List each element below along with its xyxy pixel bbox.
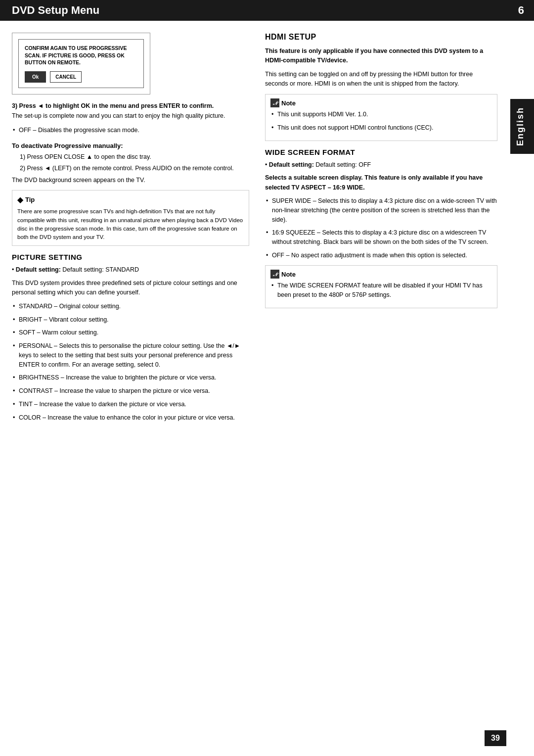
picture-setting-heading: Picture Setting	[12, 253, 249, 261]
bullet-tint: TINT – Increase the value to darken the …	[12, 400, 249, 409]
deactivate-heading: To deactivate Progressive manually:	[12, 142, 249, 149]
tip-content: There are some progressive scan TVs and …	[17, 207, 244, 241]
screenshot-inner: CONFIRM AGAIN TO USE PROGRESSIVE SCAN. I…	[18, 39, 144, 88]
note2-label: Note	[281, 270, 296, 280]
language-tab: English	[510, 99, 534, 154]
page-title: DVD Setup Menu	[12, 4, 99, 17]
bullet-off: OFF – Disables the progressive scan mode…	[12, 126, 249, 135]
right-column: HDMI SETUP This feature is only applicab…	[265, 33, 522, 426]
picture-body1: This DVD system provides three predefine…	[12, 279, 249, 298]
step3-bold: 3) Press ◄ to highlight OK in the menu a…	[12, 102, 249, 109]
tip-header: ◆ Tip	[17, 194, 244, 206]
hdmi-body1-strong: This feature is only applicable if you h…	[265, 47, 483, 64]
screenshot-buttons: Ok CANCEL	[25, 71, 137, 83]
ok-button[interactable]: Ok	[25, 71, 46, 83]
page-container: DVD Setup Menu 6 English CONFIRM AGAIN T…	[0, 0, 534, 756]
note1-bullet-2: This unit does not support HDMI control …	[270, 123, 492, 133]
bullet-contrast: CONTRAST – Increase the value to sharpen…	[12, 386, 249, 396]
page-number: 39	[485, 730, 506, 746]
wide-body: Selects a suitable screen display. This …	[265, 173, 497, 192]
bullet-standard: STANDARD – Original colour setting.	[12, 302, 249, 311]
note1-bullet-1: This unit supports HDMI Ver. 1.0.	[270, 110, 492, 119]
wide-default: • Default setting: Default setting: OFF	[265, 160, 497, 170]
bullet-brightness: BRIGHTNESS – Increase the value to brigh…	[12, 373, 249, 382]
wide-default-label: Default setting:	[269, 161, 315, 168]
tip-box: ◆ Tip There are some progressive scan TV…	[12, 190, 249, 246]
tip-icon: ◆	[17, 194, 23, 206]
wide-bullet-off: OFF – No aspect ratio adjustment is made…	[265, 251, 497, 260]
content-area: CONFIRM AGAIN TO USE PROGRESSIVE SCAN. I…	[0, 33, 534, 456]
wide-screen-heading: Wide Screen Format	[265, 148, 497, 156]
deactivate-step-2: 2) Press ◄ (LEFT) on the remote control.…	[12, 164, 249, 173]
default-setting-value: Default setting: STANDARD	[62, 266, 139, 273]
note-box-2: 𝒩 Note The WIDE SCREEN FORMAT feature wi…	[265, 265, 497, 308]
page-section-number: 6	[518, 4, 524, 17]
default-setting-label: Default setting:	[16, 266, 62, 273]
cancel-button[interactable]: CANCEL	[50, 71, 82, 83]
wide-bullet-super: SUPER WIDE – Selects this to display a 4…	[265, 196, 497, 224]
bullet-bright: BRIGHT – Vibrant colour setting.	[12, 315, 249, 325]
note1-header: 𝒩 Note	[270, 98, 492, 108]
tip-label: Tip	[25, 195, 35, 205]
deactivate-note: The DVD background screen appears on the…	[12, 176, 249, 185]
bullet-color: COLOR – Increase the value to enhance th…	[12, 413, 249, 423]
note-icon-2: 𝒩	[270, 270, 279, 279]
bullet-soft: SOFT – Warm colour setting.	[12, 328, 249, 337]
left-column: CONFIRM AGAIN TO USE PROGRESSIVE SCAN. I…	[12, 33, 249, 426]
note2-bullet-1: The WIDE SCREEN FORMAT feature will be d…	[270, 281, 492, 300]
wide-body-strong: Selects a suitable screen display. This …	[265, 174, 483, 190]
deactivate-step-1: 1) Press OPEN CLOSE ▲ to open the disc t…	[12, 152, 249, 162]
note2-header: 𝒩 Note	[270, 270, 492, 280]
note-box-1: 𝒩 Note This unit supports HDMI Ver. 1.0.…	[265, 94, 497, 141]
hdmi-body2: This setting can be toggled on and off b…	[265, 70, 497, 89]
bullet-personal: PERSONAL – Selects this to personalise t…	[12, 341, 249, 369]
picture-default-setting: • Default setting: Default setting: STAN…	[12, 265, 249, 275]
header-bar: DVD Setup Menu 6	[0, 0, 534, 21]
note1-label: Note	[281, 98, 296, 108]
wide-bullet-squeeze: 16:9 SQUEEZE – Selects this to display a…	[265, 228, 497, 247]
screenshot-box: CONFIRM AGAIN TO USE PROGRESSIVE SCAN. I…	[12, 33, 150, 94]
hdmi-heading: HDMI SETUP	[265, 33, 497, 42]
screenshot-text: CONFIRM AGAIN TO USE PROGRESSIVE SCAN. I…	[25, 45, 137, 66]
wide-default-value: Default setting: OFF	[315, 161, 371, 168]
step3-normal: The set-up is complete now and you can s…	[12, 111, 249, 121]
hdmi-body1: This feature is only applicable if you h…	[265, 47, 497, 66]
note-icon-1: 𝒩	[270, 98, 279, 107]
